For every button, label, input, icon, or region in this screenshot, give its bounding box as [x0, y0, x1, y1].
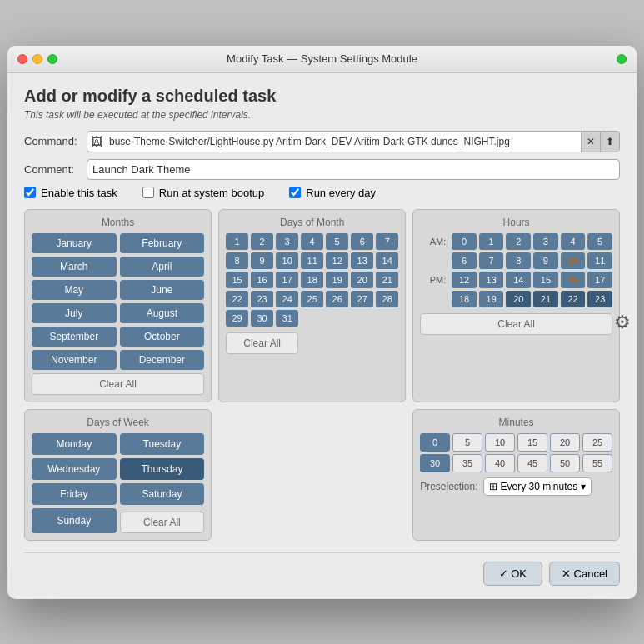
- dom-11[interactable]: 11: [301, 252, 323, 269]
- hour-6[interactable]: 6: [452, 252, 477, 269]
- min-20[interactable]: 20: [550, 433, 580, 452]
- months-clear-all-button[interactable]: Clear All: [32, 373, 204, 395]
- dow-thursday[interactable]: Thursday: [120, 458, 205, 480]
- preselection-dropdown[interactable]: ⊞ Every 30 minutes ▾: [483, 477, 592, 496]
- dom-20[interactable]: 20: [351, 272, 373, 288]
- dom-1[interactable]: 1: [226, 233, 248, 250]
- ok-button[interactable]: ✓ OK: [483, 562, 542, 586]
- enable-task-checkbox[interactable]: [24, 187, 36, 198]
- dom-22[interactable]: 22: [226, 291, 248, 307]
- hour-0[interactable]: 0: [452, 233, 477, 250]
- gear-icon[interactable]: ⚙: [614, 312, 631, 333]
- hour-21[interactable]: 21: [533, 291, 558, 307]
- hour-19[interactable]: 19: [479, 291, 504, 307]
- comment-input[interactable]: [87, 159, 620, 180]
- dow-tuesday[interactable]: Tuesday: [120, 433, 205, 455]
- zoom-button[interactable]: [47, 54, 57, 64]
- min-50[interactable]: 50: [550, 454, 580, 472]
- hour-4[interactable]: 4: [561, 233, 586, 250]
- dom-13[interactable]: 13: [351, 252, 373, 269]
- dom-30[interactable]: 30: [251, 310, 273, 327]
- month-april[interactable]: April: [120, 257, 205, 277]
- hour-7[interactable]: 7: [479, 252, 504, 269]
- dom-31[interactable]: 31: [276, 310, 298, 327]
- dow-monday[interactable]: Monday: [32, 433, 117, 455]
- command-clear-button[interactable]: ✕: [581, 131, 600, 152]
- enable-task-checkbox-label[interactable]: Enable this task: [24, 187, 117, 199]
- month-november[interactable]: November: [32, 350, 117, 370]
- dom-3[interactable]: 3: [276, 233, 298, 250]
- dom-24[interactable]: 24: [276, 291, 298, 307]
- dow-clear-all-button[interactable]: Clear All: [120, 512, 205, 533]
- month-july[interactable]: July: [32, 303, 117, 323]
- min-40[interactable]: 40: [485, 454, 515, 472]
- dom-12[interactable]: 12: [326, 252, 348, 269]
- month-october[interactable]: October: [120, 327, 205, 347]
- dom-8[interactable]: 8: [226, 252, 248, 269]
- dow-friday[interactable]: Friday: [32, 483, 117, 505]
- hour-9[interactable]: 9: [533, 252, 558, 269]
- dow-sunday[interactable]: Sunday: [32, 508, 117, 533]
- dom-14[interactable]: 14: [376, 252, 398, 269]
- dom-16[interactable]: 16: [251, 272, 273, 288]
- month-january[interactable]: January: [32, 233, 117, 253]
- min-15[interactable]: 15: [517, 433, 547, 452]
- hour-16[interactable]: 16: [561, 272, 586, 288]
- hour-18[interactable]: 18: [452, 291, 477, 307]
- dom-26[interactable]: 26: [326, 291, 348, 307]
- min-10[interactable]: 10: [485, 433, 515, 452]
- min-35[interactable]: 35: [452, 454, 482, 472]
- dom-7[interactable]: 7: [376, 233, 398, 250]
- hour-20[interactable]: 20: [506, 291, 531, 307]
- min-25[interactable]: 25: [582, 433, 612, 452]
- run-every-day-checkbox-label[interactable]: Run every day: [289, 187, 376, 199]
- dom-21[interactable]: 21: [376, 272, 398, 288]
- dom-15[interactable]: 15: [226, 272, 248, 288]
- run-at-bootup-checkbox[interactable]: [142, 187, 154, 198]
- month-december[interactable]: December: [120, 350, 205, 370]
- hours-clear-all-button[interactable]: Clear All: [420, 313, 612, 335]
- hour-17[interactable]: 17: [587, 272, 612, 288]
- dom-29[interactable]: 29: [226, 310, 248, 327]
- hour-13[interactable]: 13: [479, 272, 504, 288]
- run-at-bootup-checkbox-label[interactable]: Run at system bootup: [142, 187, 264, 199]
- dom-5[interactable]: 5: [326, 233, 348, 250]
- dom-4[interactable]: 4: [301, 233, 323, 250]
- hour-8[interactable]: 8: [506, 252, 531, 269]
- hour-23[interactable]: 23: [587, 291, 612, 307]
- dom-9[interactable]: 9: [251, 252, 273, 269]
- dom-10[interactable]: 10: [276, 252, 298, 269]
- command-browse-button[interactable]: ⬆: [600, 131, 619, 152]
- run-every-day-checkbox[interactable]: [289, 187, 301, 198]
- minimize-button[interactable]: [32, 54, 42, 64]
- hour-3[interactable]: 3: [533, 233, 558, 250]
- hour-22[interactable]: 22: [561, 291, 586, 307]
- hour-14[interactable]: 14: [506, 272, 531, 288]
- hour-12[interactable]: 12: [452, 272, 477, 288]
- dom-25[interactable]: 25: [301, 291, 323, 307]
- min-45[interactable]: 45: [517, 454, 547, 472]
- hour-2[interactable]: 2: [506, 233, 531, 250]
- dom-6[interactable]: 6: [351, 233, 373, 250]
- hour-5[interactable]: 5: [587, 233, 612, 250]
- dow-saturday[interactable]: Saturday: [120, 483, 205, 505]
- dom-28[interactable]: 28: [376, 291, 398, 307]
- min-30[interactable]: 30: [420, 454, 450, 472]
- hour-11[interactable]: 11: [587, 252, 612, 269]
- hour-15[interactable]: 15: [533, 272, 558, 288]
- cancel-button[interactable]: ✕ Cancel: [549, 562, 620, 586]
- month-march[interactable]: March: [32, 257, 117, 277]
- month-may[interactable]: May: [32, 280, 117, 300]
- month-september[interactable]: September: [32, 327, 117, 347]
- dow-wednesday[interactable]: Wednesday: [32, 458, 117, 480]
- month-august[interactable]: August: [120, 303, 205, 323]
- month-june[interactable]: June: [120, 280, 205, 300]
- dom-19[interactable]: 19: [326, 272, 348, 288]
- dom-17[interactable]: 17: [276, 272, 298, 288]
- dom-23[interactable]: 23: [251, 291, 273, 307]
- dom-18[interactable]: 18: [301, 272, 323, 288]
- dom-clear-all-button[interactable]: Clear All: [226, 332, 298, 354]
- month-february[interactable]: February: [120, 233, 205, 253]
- close-button[interactable]: [17, 54, 27, 64]
- hour-1[interactable]: 1: [479, 233, 504, 250]
